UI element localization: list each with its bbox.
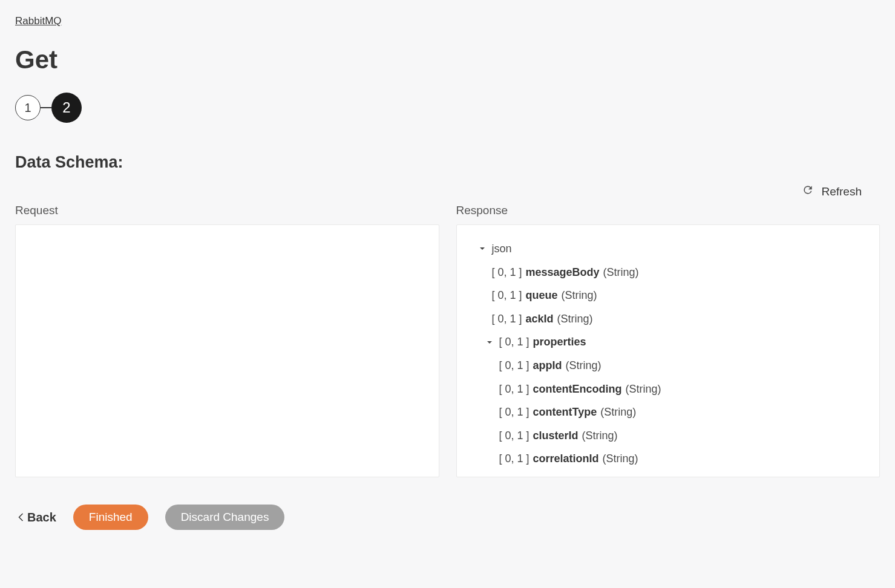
breadcrumb-link[interactable]: RabbitMQ [15,15,62,27]
chevron-down-icon[interactable] [484,339,496,346]
refresh-label: Refresh [821,185,862,198]
tree-field[interactable]: [ 0, 1 ] deliveryMode (Integer) [463,471,874,477]
request-label: Request [15,204,439,217]
field-name: contentEncoding [533,380,622,399]
field-name: ackId [526,310,554,328]
field-name: properties [533,333,586,351]
field-type: (String) [562,286,597,305]
field-name: queue [526,286,558,305]
field-type: (String) [600,403,636,422]
tree-field[interactable]: [ 0, 1 ] appId (String) [463,354,874,377]
field-cardinality: [ 0, 1 ] [499,473,529,477]
response-panel: json[ 0, 1 ] messageBody (String)[ 0, 1 … [456,224,880,477]
tree-field[interactable]: [ 0, 1 ] clusterId (String) [463,424,874,448]
field-cardinality: [ 0, 1 ] [492,263,522,282]
field-type: (String) [603,263,639,282]
field-type: (String) [566,356,602,375]
discard-button[interactable]: Discard Changes [165,505,285,530]
field-cardinality: [ 0, 1 ] [499,380,529,399]
finished-button[interactable]: Finished [73,505,148,530]
tree-properties[interactable]: [ 0, 1 ] properties [463,330,874,354]
field-cardinality: [ 0, 1 ] [499,403,529,422]
field-type: (String) [626,380,661,399]
step-connector [41,107,51,108]
field-cardinality: [ 0, 1 ] [499,426,529,445]
field-cardinality: [ 0, 1 ] [499,449,529,468]
field-type: (String) [557,310,593,328]
refresh-button[interactable]: Refresh [802,184,862,199]
field-type: (String) [603,449,638,468]
field-cardinality: [ 0, 1 ] [492,310,522,328]
tree-field[interactable]: [ 0, 1 ] ackId (String) [463,307,874,331]
tree-field[interactable]: [ 0, 1 ] messageBody (String) [463,261,874,284]
field-type: (String) [582,426,618,445]
field-name: correlationId [533,449,599,468]
tree-root[interactable]: json [463,237,874,261]
tree-field[interactable]: [ 0, 1 ] correlationId (String) [463,447,874,471]
field-name: deliveryMode [533,473,603,477]
step-1[interactable]: 1 [15,95,41,120]
step-2[interactable]: 2 [51,93,82,123]
chevron-left-icon [18,511,24,524]
section-title: Data Schema: [15,153,880,172]
field-cardinality: [ 0, 1 ] [499,333,529,351]
field-name: clusterId [533,426,579,445]
field-name: appId [533,356,562,375]
field-type: (Integer) [606,473,647,477]
field-name: contentType [533,403,597,422]
back-button[interactable]: Back [18,511,56,524]
response-label: Response [456,204,880,217]
page-title: Get [15,45,880,74]
stepper: 1 2 [15,93,880,123]
tree-field[interactable]: [ 0, 1 ] contentEncoding (String) [463,377,874,401]
tree-root-label: json [492,240,512,258]
field-cardinality: [ 0, 1 ] [492,286,522,305]
back-label: Back [27,511,56,524]
field-cardinality: [ 0, 1 ] [499,356,529,375]
refresh-icon [802,184,814,199]
tree-field[interactable]: [ 0, 1 ] queue (String) [463,284,874,307]
tree-field[interactable]: [ 0, 1 ] contentType (String) [463,400,874,424]
chevron-down-icon[interactable] [476,245,488,252]
field-name: messageBody [526,263,600,282]
request-panel [15,224,439,477]
